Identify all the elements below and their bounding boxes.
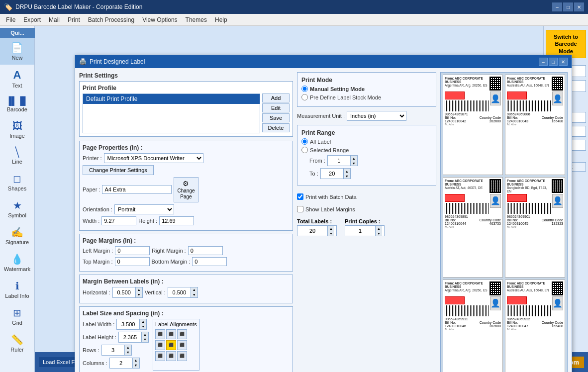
label-height-row: Label Height : ▲ ▼	[83, 332, 149, 343]
vertical-down[interactable]: ▼	[191, 292, 197, 297]
save-profile-button[interactable]: Save	[262, 113, 290, 122]
delete-profile-button[interactable]: Delete	[262, 123, 290, 132]
measurement-select[interactable]: Inches (in)	[347, 111, 406, 121]
horizontal-up[interactable]: ▲	[135, 287, 142, 292]
menu-help[interactable]: Help	[211, 15, 231, 24]
align-mid-left[interactable]: ⬛	[155, 340, 165, 350]
sidebar-item-line[interactable]: ╱ Line	[0, 143, 34, 169]
tl-up[interactable]: ▲	[327, 226, 334, 231]
from-up[interactable]: ▲	[350, 156, 357, 161]
width-input[interactable]	[101, 216, 136, 225]
pc-down[interactable]: ▼	[375, 231, 382, 236]
orientation-select[interactable]: Portrait	[114, 204, 174, 214]
height-label: Height :	[138, 218, 157, 224]
change-printer-button[interactable]: Change Printer Settings	[83, 165, 154, 175]
change-page-button[interactable]: ⚙ ChangePage	[174, 177, 198, 202]
vertical-up[interactable]: ▲	[191, 287, 197, 292]
add-profile-button[interactable]: Add	[262, 93, 290, 102]
dialog-minimize-button[interactable]: –	[539, 58, 548, 66]
margin-between-section: Margin Between Labels (in) : Horizontal …	[79, 275, 293, 303]
menu-batch[interactable]: Batch Processing	[84, 15, 138, 24]
align-bot-center[interactable]: ⬛	[166, 351, 176, 361]
sidebar-item-barcode[interactable]: ▐▌▐▌ Barcode	[0, 93, 34, 116]
left-margin-row: Left Margin : Right Margin :	[83, 246, 290, 255]
all-label-radio[interactable]	[301, 138, 308, 145]
align-bot-left[interactable]: ⬛	[155, 351, 165, 361]
to-input[interactable]	[321, 170, 343, 178]
print-profile-section: Print Profile Default Print Profile Add …	[79, 81, 293, 137]
print-copies-input[interactable]	[345, 227, 375, 235]
vertical-input[interactable]	[168, 288, 191, 296]
to-up[interactable]: ▲	[343, 169, 350, 174]
horizontal-down[interactable]: ▼	[135, 292, 142, 297]
to-down[interactable]: ▼	[343, 174, 350, 179]
tl-down[interactable]: ▼	[327, 231, 334, 236]
label-height-input[interactable]	[119, 333, 141, 341]
text-icon: A	[13, 69, 21, 82]
show-margins-checkbox[interactable]	[297, 206, 303, 212]
label-width-input[interactable]	[117, 320, 139, 328]
profile-list[interactable]: Default Print Profile	[83, 93, 260, 133]
total-labels-input[interactable]	[297, 227, 327, 235]
manual-mode-radio[interactable]	[301, 86, 308, 92]
sidebar-item-ruler[interactable]: 📏 Ruler	[0, 330, 34, 357]
columns-input[interactable]	[110, 359, 132, 367]
sidebar-item-signature[interactable]: ✍ Signature	[0, 222, 34, 249]
align-top-right[interactable]: ⬛	[177, 329, 187, 339]
align-top-left[interactable]: ⬛	[155, 329, 165, 339]
cols-up[interactable]: ▲	[132, 358, 139, 363]
top-margin-input[interactable]	[115, 257, 150, 266]
print-batch-checkbox[interactable]	[297, 193, 303, 200]
label-4-photo	[507, 194, 527, 202]
bottom-margin-input[interactable]	[192, 257, 227, 266]
app-close-button[interactable]: ✕	[574, 2, 584, 11]
menu-export[interactable]: Export	[19, 15, 45, 24]
printer-select[interactable]: Microsoft XPS Document Writer	[104, 153, 203, 163]
align-bot-right[interactable]: ⬛	[177, 351, 187, 361]
align-mid-center[interactable]: ⬛	[166, 340, 176, 350]
maximize-button[interactable]: □	[563, 2, 573, 11]
lh-down[interactable]: ▼	[141, 337, 148, 342]
sidebar-item-text[interactable]: A Text	[0, 65, 34, 93]
app-icon: 🏷️	[4, 3, 12, 11]
horizontal-input[interactable]	[113, 288, 135, 296]
sidebar-item-grid[interactable]: ⊞ Grid	[0, 303, 34, 330]
paper-input[interactable]	[102, 185, 172, 194]
rows-down[interactable]: ▼	[124, 350, 131, 355]
rows-input[interactable]	[102, 346, 124, 354]
from-input[interactable]	[328, 157, 350, 165]
profile-item-default[interactable]: Default Print Profile	[83, 94, 260, 104]
from-down[interactable]: ▼	[350, 161, 357, 166]
lw-down[interactable]: ▼	[139, 324, 146, 329]
lw-up[interactable]: ▲	[139, 319, 146, 324]
sidebar-item-new[interactable]: 📄 New	[0, 38, 34, 65]
sidebar-item-image[interactable]: 🖼 Image	[0, 116, 34, 143]
sidebar-item-symbol[interactable]: ★ Symbol	[0, 195, 34, 222]
menu-print[interactable]: Print	[64, 15, 84, 24]
sidebar-item-watermark[interactable]: 💧 Watermark	[0, 249, 34, 276]
sidebar-item-shapes[interactable]: ◻ Shapes	[0, 169, 34, 195]
minimize-button[interactable]: –	[552, 2, 562, 11]
cols-down[interactable]: ▼	[132, 363, 139, 368]
lh-up[interactable]: ▲	[141, 332, 148, 337]
menu-themes[interactable]: Themes	[182, 15, 211, 24]
selected-range-radio[interactable]	[301, 147, 308, 153]
height-input[interactable]	[159, 216, 194, 225]
edit-profile-button[interactable]: Edit	[262, 103, 290, 112]
right-margin-input[interactable]	[188, 246, 223, 255]
rows-up[interactable]: ▲	[124, 345, 131, 350]
rows-label: Rows :	[83, 347, 99, 353]
sidebar-item-labelinfo[interactable]: ℹ Label Info	[0, 276, 34, 303]
dialog-maximize-button[interactable]: □	[549, 58, 558, 66]
menu-file[interactable]: File	[2, 15, 19, 24]
menu-view-options[interactable]: View Options	[138, 15, 181, 24]
align-mid-right[interactable]: ⬛	[177, 340, 187, 350]
dialog-close-button[interactable]: ✕	[559, 58, 568, 66]
align-top-center[interactable]: ⬛	[166, 329, 176, 339]
menu-mail[interactable]: Mail	[45, 15, 64, 24]
left-margin-input[interactable]	[115, 246, 150, 255]
label-1-barcode	[445, 100, 489, 111]
switch-to-barcode-button[interactable]: Switch to Barcode Mode	[546, 30, 586, 58]
pc-up[interactable]: ▲	[375, 226, 382, 231]
predefine-mode-radio[interactable]	[301, 94, 308, 100]
